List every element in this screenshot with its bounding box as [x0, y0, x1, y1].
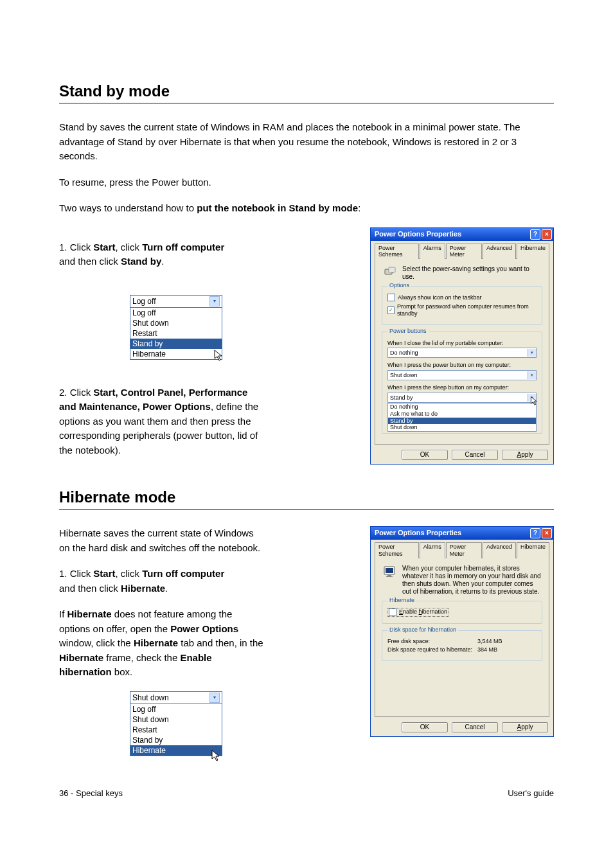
- cancel-button[interactable]: Cancel: [452, 450, 498, 460]
- cursor-icon: [210, 749, 223, 762]
- sleep-button-label: When I press the sleep button on my comp…: [387, 384, 537, 391]
- sleep-button-select[interactable]: Stand by▾: [387, 393, 537, 403]
- hibernate-step1: 1. Click Start, click Turn off computer …: [59, 567, 265, 596]
- standby-step1: 1. Click Start, click Turn off computer …: [59, 240, 265, 269]
- dialog-desc: When your computer hibernates, it stores…: [402, 565, 542, 596]
- cursor-icon: [529, 396, 540, 406]
- list-item[interactable]: Stand by: [388, 418, 536, 425]
- apply-button[interactable]: Apply: [502, 450, 548, 460]
- divider: [59, 103, 554, 103]
- enable-hibernation-checkbox[interactable]: Enable hibernation: [387, 608, 449, 616]
- dialog-desc: Select the power-saving settings you wan…: [402, 265, 542, 281]
- power-button-label: When I press the power button on my comp…: [387, 362, 537, 369]
- chevron-down-icon[interactable]: ▾: [528, 349, 536, 357]
- apply-button[interactable]: Apply: [502, 722, 548, 732]
- standby-step2: 2. Click Start, Control Panel, Performan…: [59, 385, 265, 458]
- req-disk-value: 384 MB: [477, 646, 497, 653]
- chevron-down-icon[interactable]: ▾: [209, 296, 220, 306]
- help-icon[interactable]: ?: [530, 528, 540, 538]
- tab-advanced[interactable]: Advanced: [483, 542, 516, 558]
- svg-rect-6: [386, 576, 393, 577]
- power-button-select[interactable]: Shut down▾: [387, 370, 537, 380]
- tab-alarms[interactable]: Alarms: [420, 542, 445, 558]
- options-legend: Options: [387, 282, 411, 289]
- list-item[interactable]: Hibernate: [130, 745, 222, 756]
- ok-button[interactable]: OK: [402, 722, 448, 732]
- page-footer-right: User's guide: [508, 788, 554, 798]
- standby-dropdown-selected: Log off: [132, 297, 209, 306]
- chevron-down-icon[interactable]: ▾: [209, 693, 220, 703]
- list-item[interactable]: Ask me what to do: [388, 411, 536, 418]
- tab-hibernate[interactable]: Hibernate: [517, 542, 549, 558]
- free-disk-value: 3,544 MB: [477, 638, 502, 645]
- section-title-standby: Stand by mode: [59, 82, 554, 100]
- battery-icon: [382, 265, 398, 278]
- power-buttons-legend: Power buttons: [387, 328, 429, 335]
- list-item[interactable]: Do nothing: [388, 403, 536, 411]
- close-icon[interactable]: ×: [542, 528, 552, 538]
- lid-label: When I close the lid of my portable comp…: [387, 340, 537, 347]
- free-disk-label: Free disk space:: [387, 638, 477, 645]
- power-options-dialog-hibernate: Power Options Properties ? × Power Schem…: [370, 526, 554, 737]
- monitor-icon: [382, 565, 398, 579]
- divider: [59, 509, 554, 509]
- tab-power-schemes[interactable]: Power Schemes: [375, 542, 419, 558]
- list-item[interactable]: Log off: [130, 704, 222, 714]
- hibernate-legend: Hibernate: [387, 597, 416, 604]
- sleep-options-list[interactable]: Do nothing Ask me what to do Stand by Sh…: [387, 403, 537, 432]
- tab-power-meter[interactable]: Power Meter: [446, 542, 482, 558]
- hibernate-dropdown-selected: Shut down: [132, 693, 209, 702]
- list-item[interactable]: Stand by: [130, 339, 222, 349]
- svg-rect-2: [389, 267, 395, 272]
- dialog-title: Power Options Properties: [375, 529, 529, 537]
- list-item[interactable]: Restart: [130, 328, 222, 339]
- close-icon[interactable]: ×: [542, 229, 552, 240]
- list-item[interactable]: Log off: [130, 308, 222, 318]
- chevron-down-icon[interactable]: ▾: [528, 371, 536, 379]
- list-item[interactable]: Restart: [130, 725, 222, 735]
- cancel-button[interactable]: Cancel: [452, 722, 498, 732]
- tab-power-meter[interactable]: Power Meter: [446, 244, 482, 260]
- tab-alarms[interactable]: Alarms: [420, 244, 445, 260]
- page-footer-left: 36 - Special keys: [59, 788, 123, 798]
- tabs: Power Schemes Alarms Power Meter Advance…: [371, 540, 553, 558]
- hibernate-dropdown[interactable]: Shut down ▾ Log off Shut down Restart St…: [130, 691, 222, 756]
- cursor-icon: [213, 349, 226, 362]
- req-disk-label: Disk space required to hibernate:: [387, 646, 477, 653]
- standby-resume: To resume, press the Power button.: [59, 175, 547, 190]
- list-item[interactable]: Shut down: [130, 318, 222, 328]
- list-item[interactable]: Shut down: [130, 714, 222, 725]
- section-title-hibernate: Hibernate mode: [59, 488, 554, 506]
- hibernate-note: If Hibernate does not feature among the …: [59, 607, 265, 680]
- dialog-title: Power Options Properties: [375, 230, 529, 238]
- list-item[interactable]: Shut down: [388, 424, 536, 431]
- prompt-password-checkbox[interactable]: ✓Prompt for password when computer resum…: [387, 303, 537, 317]
- power-options-dialog-advanced: Power Options Properties ? × Power Schem…: [370, 227, 554, 465]
- standby-how: Two ways to understand how to put the no…: [59, 201, 547, 216]
- standby-intro: Stand by saves the current state of Wind…: [59, 120, 547, 164]
- always-show-icon-checkbox[interactable]: Always show icon on the taskbar: [387, 294, 537, 301]
- disk-space-legend: Disk space for hibernation: [387, 626, 458, 633]
- list-item[interactable]: Stand by: [130, 735, 222, 745]
- hibernate-intro: Hibernate saves the current state of Win…: [59, 526, 265, 555]
- help-icon[interactable]: ?: [530, 229, 540, 240]
- list-item[interactable]: Hibernate: [130, 349, 222, 359]
- ok-button[interactable]: OK: [402, 450, 448, 460]
- lid-select[interactable]: Do nothing▾: [387, 348, 537, 358]
- tabs: Power Schemes Alarms Power Meter Advance…: [371, 241, 553, 260]
- standby-dropdown[interactable]: Log off ▾ Log off Shut down Restart Stan…: [130, 295, 222, 360]
- tab-advanced[interactable]: Advanced: [483, 244, 516, 260]
- svg-rect-4: [386, 568, 393, 573]
- tab-power-schemes[interactable]: Power Schemes: [375, 244, 419, 260]
- svg-rect-5: [387, 575, 391, 576]
- tab-hibernate[interactable]: Hibernate: [517, 244, 549, 260]
